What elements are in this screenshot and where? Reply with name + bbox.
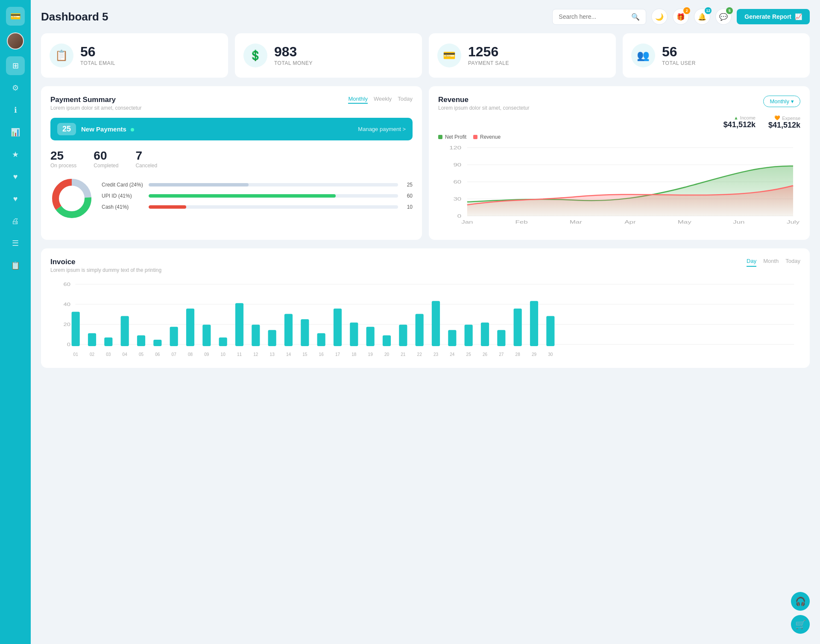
metric-completed: 60 Completed (94, 149, 118, 169)
svg-rect-32 (104, 338, 112, 346)
svg-text:0: 0 (457, 214, 462, 219)
revenue-monthly-button[interactable]: Monthly ▾ (763, 96, 800, 107)
new-payments-bar: 25 New Payments Manage payment > (50, 118, 413, 140)
svg-text:29: 29 (532, 352, 537, 357)
net-profit-dot (438, 135, 442, 139)
chevron-down-icon: ▾ (791, 98, 794, 105)
svg-rect-58 (530, 301, 538, 346)
search-box[interactable]: 🔍 (552, 9, 646, 25)
inv-tab-day[interactable]: Day (747, 258, 756, 267)
svg-text:25: 25 (466, 352, 472, 357)
sidebar-item-heart[interactable]: ♥ (6, 167, 25, 186)
sidebar-item-menu[interactable]: ☰ (6, 234, 25, 253)
inv-tab-today[interactable]: Today (785, 258, 800, 267)
donut-chart (50, 177, 93, 220)
svg-rect-35 (153, 340, 161, 346)
tab-monthly[interactable]: Monthly (348, 96, 368, 104)
sidebar-item-chart[interactable]: 📊 (6, 123, 25, 142)
svg-text:13: 13 (270, 352, 275, 357)
manage-payment-link[interactable]: Manage payment > (358, 126, 406, 132)
generate-report-button[interactable]: Generate Report 📈 (737, 9, 810, 24)
money-label: TOTAL MONEY (274, 60, 313, 66)
bell-button[interactable]: 🔔 12 (694, 9, 710, 25)
svg-text:06: 06 (155, 352, 160, 357)
invoice-subtitle: Lorem ipsum is simply dummy text of the … (50, 267, 161, 273)
expense-value: $41,512k (768, 121, 800, 130)
payment-summary-titles: Payment Summary Lorem ipsum dolor sit am… (50, 96, 141, 111)
completed-value: 60 (94, 149, 118, 163)
sidebar-item-list[interactable]: 📋 (6, 256, 25, 275)
new-payments-count: 25 (57, 123, 76, 135)
money-icon: 💲 (243, 44, 267, 67)
dark-mode-button[interactable]: 🌙 (651, 9, 668, 25)
svg-text:14: 14 (286, 352, 291, 357)
svg-rect-42 (268, 330, 276, 346)
canceled-value: 7 (135, 149, 157, 163)
sidebar-avatar[interactable] (7, 32, 24, 50)
svg-text:22: 22 (417, 352, 422, 357)
new-payments-dot (131, 128, 134, 131)
svg-rect-39 (219, 338, 227, 346)
svg-text:21: 21 (401, 352, 406, 357)
revenue-chart: 120 90 60 30 0 (438, 143, 800, 230)
svg-rect-41 (252, 325, 260, 346)
svg-text:24: 24 (450, 352, 455, 357)
svg-text:02: 02 (90, 352, 95, 357)
revenue-title: Revenue (438, 96, 529, 104)
svg-text:Jun: Jun (733, 220, 744, 224)
header-right: 🔍 🌙 🎁 2 🔔 12 💬 5 Generate Report 📈 (552, 9, 810, 25)
svg-text:18: 18 (351, 352, 357, 357)
expense-label: 🧡 Expense (768, 115, 800, 121)
income-label: ▲ Income (723, 115, 756, 120)
bar-val-upi: 60 (402, 193, 413, 199)
tab-weekly[interactable]: Weekly (374, 96, 392, 104)
cart-button[interactable]: 🛒 (791, 615, 810, 634)
sidebar-item-dashboard[interactable]: ⊞ (6, 56, 25, 75)
revenue-stats: ▲ Income $41,512k 🧡 Expense $41,512k (438, 115, 800, 130)
legend-revenue: Revenue (473, 134, 501, 140)
sidebar-logo[interactable]: 💳 (6, 7, 25, 26)
payment-label: PAYMENT SALE (468, 60, 509, 66)
svg-text:17: 17 (335, 352, 340, 357)
svg-rect-52 (432, 301, 440, 346)
svg-rect-56 (497, 330, 505, 346)
metric-canceled: 7 Canceled (135, 149, 157, 169)
tab-today[interactable]: Today (398, 96, 413, 104)
bar-track-upi (149, 194, 398, 198)
metrics-row: 25 On process 60 Completed 7 Canceled (50, 149, 413, 169)
svg-rect-34 (137, 335, 145, 346)
user-label: TOTAL USER (662, 60, 696, 66)
svg-text:60: 60 (453, 180, 461, 184)
chat-button[interactable]: 💬 5 (715, 9, 732, 25)
sidebar-item-print[interactable]: 🖨 (6, 212, 25, 230)
svg-rect-30 (72, 312, 80, 346)
svg-text:04: 04 (123, 352, 128, 357)
svg-rect-44 (301, 319, 309, 346)
bell-badge: 12 (705, 7, 712, 14)
svg-text:Feb: Feb (515, 220, 528, 224)
content-row: Payment Summary Lorem ipsum dolor sit am… (41, 86, 810, 240)
sidebar-item-heart2[interactable]: ♥ (6, 189, 25, 208)
sidebar-item-star[interactable]: ★ (6, 145, 25, 164)
svg-text:09: 09 (204, 352, 209, 357)
bar-cash: Cash (41%) 10 (102, 204, 413, 210)
svg-text:Apr: Apr (624, 220, 636, 224)
sidebar-item-settings[interactable]: ⚙ (6, 79, 25, 97)
svg-text:120: 120 (449, 146, 462, 150)
svg-text:16: 16 (319, 352, 324, 357)
svg-text:26: 26 (483, 352, 488, 357)
sidebar-item-info[interactable]: ℹ (6, 101, 25, 119)
search-input[interactable] (559, 13, 628, 20)
sidebar: 💳 ⊞ ⚙ ℹ 📊 ★ ♥ ♥ 🖨 ☰ 📋 (0, 0, 31, 644)
svg-rect-45 (317, 333, 325, 346)
main-content: Dashboard 5 🔍 🌙 🎁 2 🔔 12 💬 5 Generate Re… (31, 0, 820, 644)
user-icon: 👥 (631, 44, 655, 67)
invoice-tabs: Day Month Today (747, 258, 800, 267)
revenue-monthly-label: Monthly (770, 98, 789, 105)
gift-button[interactable]: 🎁 2 (673, 9, 689, 25)
expense-stat: 🧡 Expense $41,512k (768, 115, 800, 130)
support-button[interactable]: 🎧 (791, 592, 810, 611)
bar-val-cash: 10 (402, 204, 413, 210)
inv-tab-month[interactable]: Month (763, 258, 779, 267)
on-process-value: 25 (50, 149, 76, 163)
